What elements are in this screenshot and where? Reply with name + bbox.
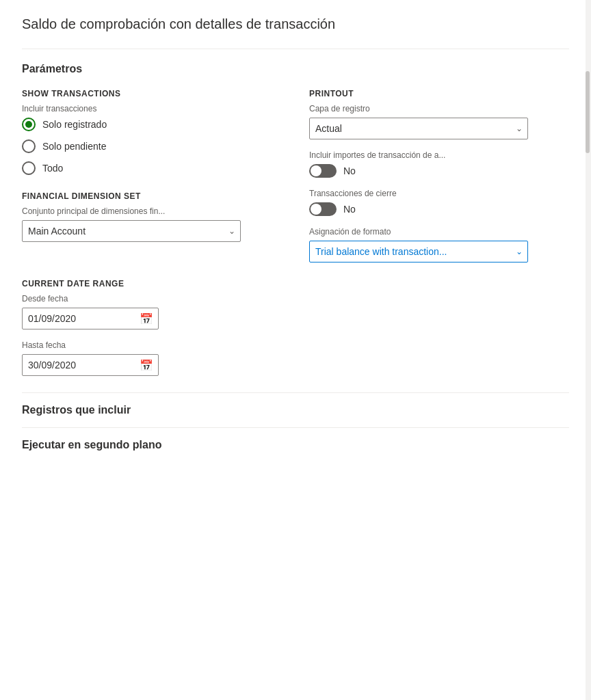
left-column: SHOW TRANSACTIONS Incluir transacciones … (22, 89, 296, 262)
from-date-input[interactable] (22, 308, 159, 329)
cierre-toggle[interactable] (309, 202, 337, 216)
importes-toggle[interactable] (309, 164, 337, 178)
importes-label: Incluir importes de transacción de a... (309, 150, 569, 160)
formato-label: Asignación de formato (309, 227, 569, 237)
radio-label-todo: Todo (42, 163, 63, 174)
capa-select[interactable]: Actual Operaciones Impuesto (309, 118, 528, 139)
show-transactions-group: SHOW TRANSACTIONS Incluir transacciones … (22, 89, 268, 175)
background-section[interactable]: Ejecutar en segundo plano (22, 427, 569, 462)
financial-dimension-title: FINANCIAL DIMENSION SET (22, 191, 268, 201)
importes-toggle-row: No (309, 164, 569, 178)
cierre-toggle-label: No (343, 204, 356, 215)
importes-field: Incluir importes de transacción de a... … (309, 150, 569, 178)
radio-label-solo-registrado: Solo registrado (42, 119, 107, 130)
importes-toggle-knob (311, 165, 321, 176)
include-transactions-label: Incluir transacciones (22, 104, 268, 113)
cierre-field: Transacciones de cierre No (309, 189, 569, 216)
formato-select[interactable]: Trial balance with transaction... (309, 241, 528, 262)
capa-label: Capa de registro (309, 104, 569, 113)
capa-field: Capa de registro Actual Operaciones Impu… (309, 104, 569, 139)
page-title: Saldo de comprobación con detalles de tr… (22, 16, 569, 32)
to-date-label: Hasta fecha (22, 340, 569, 350)
parameters-section-title: Parámetros (22, 63, 569, 75)
transaction-radio-group: Solo registrado Solo pendiente Todo (22, 118, 268, 175)
from-date-wrapper: 📅 (22, 308, 159, 329)
radio-todo[interactable]: Todo (22, 161, 268, 175)
scrollbar-thumb (586, 71, 590, 153)
scrollbar[interactable] (586, 0, 591, 700)
printout-title: PRINTOUT (309, 89, 569, 98)
dimension-select-wrapper: Main Account Department CostCenter ⌄ (22, 220, 241, 242)
radio-solo-registrado[interactable]: Solo registrado (22, 118, 268, 131)
financial-dimension-group: FINANCIAL DIMENSION SET Conjunto princip… (22, 191, 268, 242)
show-transactions-title: SHOW TRANSACTIONS (22, 89, 268, 98)
capa-select-wrapper: Actual Operaciones Impuesto ⌄ (309, 118, 528, 139)
radio-outer-solo-pendiente (22, 139, 36, 153)
printout-group: PRINTOUT Capa de registro Actual Operaci… (309, 89, 569, 262)
radio-solo-pendiente[interactable]: Solo pendiente (22, 139, 268, 153)
background-section-title: Ejecutar en segundo plano (22, 439, 569, 451)
from-date-field: Desde fecha 📅 (22, 294, 569, 329)
radio-inner-solo-registrado (25, 121, 32, 128)
records-section[interactable]: Registros que incluir (22, 392, 569, 427)
to-date-input[interactable] (22, 354, 159, 376)
formato-select-wrapper: Trial balance with transaction... ⌄ (309, 241, 528, 262)
page-container: Saldo de comprobación con detalles de tr… (0, 0, 591, 479)
financial-dimension-label: Conjunto principal de dimensiones fin... (22, 206, 268, 216)
formato-field: Asignación de formato Trial balance with… (309, 227, 569, 262)
radio-outer-solo-registrado (22, 118, 36, 131)
dimension-select[interactable]: Main Account Department CostCenter (22, 220, 241, 242)
to-date-field: Hasta fecha 📅 (22, 340, 569, 376)
from-date-label: Desde fecha (22, 294, 569, 304)
right-column: PRINTOUT Capa de registro Actual Operaci… (296, 89, 569, 262)
date-range-section: CURRENT DATE RANGE Desde fecha 📅 Hasta f… (22, 279, 569, 376)
radio-label-solo-pendiente: Solo pendiente (42, 141, 106, 152)
date-range-title: CURRENT DATE RANGE (22, 279, 569, 288)
params-grid: SHOW TRANSACTIONS Incluir transacciones … (22, 89, 569, 262)
cierre-toggle-knob (311, 204, 321, 215)
to-date-wrapper: 📅 (22, 354, 159, 376)
cierre-toggle-row: No (309, 202, 569, 216)
radio-outer-todo (22, 161, 36, 175)
parameters-section: Parámetros SHOW TRANSACTIONS Incluir tra… (22, 49, 569, 376)
cierre-label: Transacciones de cierre (309, 189, 569, 198)
records-section-title: Registros que incluir (22, 404, 569, 416)
importes-toggle-label: No (343, 165, 356, 176)
